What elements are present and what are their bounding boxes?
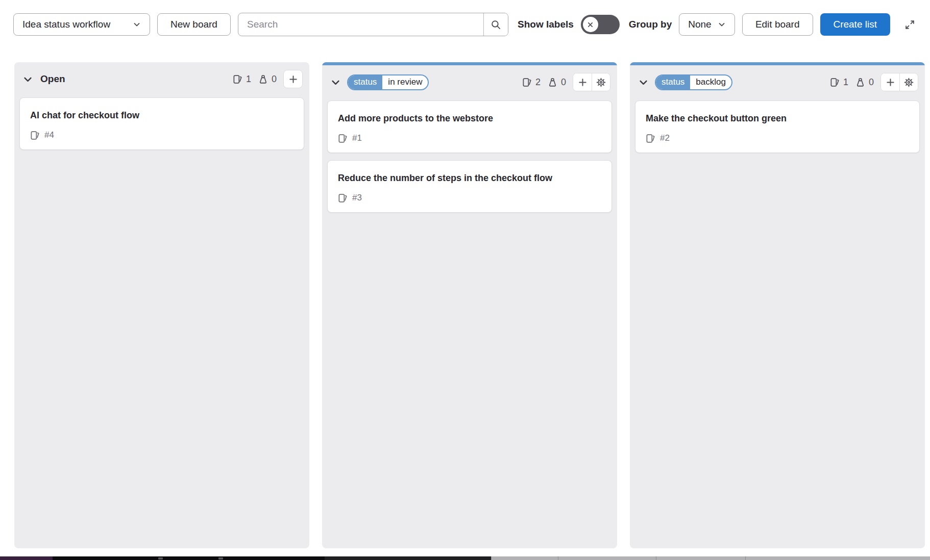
- weight-count: 0: [561, 77, 566, 88]
- collapse-column-button[interactable]: [329, 76, 342, 89]
- card[interactable]: Add more products to the webstore #1: [327, 100, 612, 153]
- group-by-value: None: [688, 19, 711, 30]
- toggle-knob: [583, 17, 598, 32]
- plus-icon: [886, 78, 895, 87]
- issue-type-icon: [338, 193, 348, 203]
- taskbar-strip: [0, 556, 930, 560]
- search-group: [238, 13, 508, 36]
- gear-icon: [596, 78, 606, 87]
- weight-count-group: 0: [548, 77, 566, 88]
- issues-count-group: 1: [830, 77, 848, 88]
- list-settings-button[interactable]: [899, 73, 918, 91]
- card-meta: #1: [338, 133, 601, 143]
- list-settings-button[interactable]: [592, 73, 610, 91]
- new-board-button[interactable]: New board: [157, 13, 231, 36]
- taskbar-mark: [158, 557, 163, 559]
- board: Open 1 0: [14, 62, 930, 548]
- x-icon: [586, 20, 595, 29]
- card-meta: #4: [30, 130, 293, 140]
- card-ref: #4: [44, 130, 54, 140]
- column-scoped-label[interactable]: status backlog: [655, 74, 732, 90]
- show-labels-label: Show labels: [518, 19, 574, 30]
- weight-icon: [855, 78, 865, 87]
- edit-board-label: Edit board: [755, 19, 800, 30]
- group-by-label: Group by: [629, 19, 672, 30]
- label-value: in review: [382, 75, 428, 89]
- search-input[interactable]: [238, 13, 483, 36]
- list-actions-group: [880, 73, 918, 91]
- chevron-down-icon: [22, 74, 33, 85]
- weight-count: 0: [869, 77, 874, 88]
- card-ref: #3: [352, 193, 362, 203]
- column-scoped-label[interactable]: status in review: [347, 74, 429, 90]
- taskbar-mark: [218, 557, 223, 559]
- list-actions-group: [573, 73, 610, 91]
- board-switcher-button[interactable]: Idea status workflow: [13, 13, 150, 36]
- weight-count-group: 0: [258, 74, 277, 85]
- label-scope: status: [656, 75, 690, 89]
- fullscreen-button[interactable]: [902, 17, 917, 32]
- plus-icon: [288, 74, 298, 84]
- create-list-label: Create list: [833, 19, 877, 30]
- column-header: status in review 2 0: [322, 65, 617, 97]
- new-board-label: New board: [170, 19, 217, 30]
- board-switcher-label: Idea status workflow: [22, 19, 110, 30]
- card-list: Add more products to the webstore #1 Red…: [322, 97, 617, 218]
- issues-icon: [233, 74, 242, 84]
- card[interactable]: AI chat for checkout flow #4: [19, 97, 304, 150]
- board-column: status in review 2 0: [322, 62, 617, 548]
- card-list: Make the checkout button green #2: [630, 97, 925, 158]
- issues-icon: [830, 78, 840, 87]
- card-title[interactable]: Reduce the number of steps in the checko…: [338, 171, 562, 185]
- card-meta: #3: [338, 193, 601, 203]
- issues-count-group: 2: [522, 77, 541, 88]
- issue-count: 2: [535, 77, 541, 88]
- search-button[interactable]: [483, 13, 508, 36]
- issue-type-icon: [30, 131, 40, 140]
- card[interactable]: Make the checkout button green #2: [635, 100, 920, 153]
- issue-type-icon: [646, 134, 655, 143]
- weight-count-group: 0: [855, 77, 874, 88]
- chevron-down-icon: [133, 20, 141, 29]
- collapse-column-button[interactable]: [21, 73, 34, 86]
- add-issue-button[interactable]: [881, 73, 899, 91]
- show-labels-toggle[interactable]: [581, 15, 620, 34]
- collapse-column-button[interactable]: [637, 76, 650, 89]
- issue-count: 1: [246, 74, 251, 85]
- card-ref: #1: [352, 133, 362, 143]
- taskbar-separator: [745, 556, 746, 560]
- column-header: Open 1 0: [14, 62, 309, 94]
- create-list-button[interactable]: Create list: [820, 13, 890, 36]
- plus-icon: [578, 78, 588, 87]
- card-list: AI chat for checkout flow #4: [14, 94, 309, 155]
- label-scope: status: [348, 75, 382, 89]
- chevron-down-icon: [718, 20, 726, 29]
- board-toolbar: Idea status workflow New board Show labe…: [0, 0, 930, 49]
- card-title[interactable]: Add more products to the webstore: [338, 112, 562, 125]
- expand-icon: [904, 19, 915, 30]
- edit-board-button[interactable]: Edit board: [742, 13, 813, 36]
- weight-icon: [258, 74, 268, 84]
- card-title[interactable]: AI chat for checkout flow: [30, 109, 255, 122]
- weight-icon: [548, 78, 557, 87]
- taskbar-separator: [558, 556, 558, 560]
- card-ref: #2: [660, 133, 670, 143]
- weight-count: 0: [272, 74, 277, 85]
- board-column: status backlog 1 0: [630, 62, 925, 548]
- group-by-dropdown[interactable]: None: [679, 13, 735, 36]
- issues-icon: [522, 78, 532, 87]
- label-value: backlog: [690, 75, 731, 89]
- card-title[interactable]: Make the checkout button green: [646, 112, 870, 125]
- issues-count-group: 1: [233, 74, 251, 85]
- card[interactable]: Reduce the number of steps in the checko…: [327, 160, 612, 213]
- taskbar-separator: [491, 556, 492, 560]
- chevron-down-icon: [330, 77, 341, 88]
- board-column: Open 1 0: [14, 62, 309, 548]
- chevron-down-icon: [638, 77, 649, 88]
- card-meta: #2: [646, 133, 909, 143]
- issue-count: 1: [843, 77, 848, 88]
- add-issue-button[interactable]: [284, 70, 302, 88]
- taskbar-separator: [656, 556, 656, 560]
- column-header: status backlog 1 0: [630, 65, 925, 97]
- add-issue-button[interactable]: [573, 73, 592, 91]
